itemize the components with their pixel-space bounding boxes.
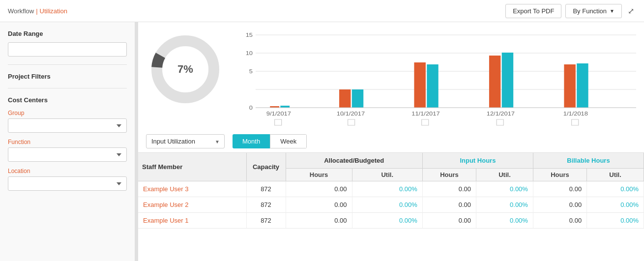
svg-text:1/1/2018: 1/1/2018	[563, 111, 588, 117]
svg-text:15: 15	[246, 32, 253, 38]
svg-rect-16	[427, 64, 438, 108]
location-label: Location	[8, 168, 127, 174]
breadcrumb-separator: |	[36, 7, 37, 15]
col-alloc-util: Util.	[352, 169, 422, 181]
function-select[interactable]	[8, 147, 127, 162]
input-util: 0.00%	[476, 181, 533, 197]
period-toggle: Month Week	[233, 134, 307, 148]
week-button[interactable]: Week	[270, 134, 307, 148]
topbar: Workflow | Utilization Export To PDF By …	[0, 0, 644, 22]
svg-text:10/1/2017: 10/1/2017	[337, 111, 365, 117]
table-row: Example User 2 872 0.00 0.00% 0.00 0.00%…	[138, 197, 644, 213]
table-row: Example User 1 872 0.00 0.00% 0.00 0.00%…	[138, 213, 644, 229]
chart-controls: Input Utilization ▼ Month Week	[138, 132, 644, 152]
staff-name[interactable]: Example User 1	[138, 213, 246, 229]
chart-section: 7% 15 10 5 0	[138, 22, 644, 132]
svg-rect-18	[502, 53, 513, 108]
svg-text:10: 10	[246, 50, 253, 57]
group-select[interactable]	[8, 118, 127, 133]
export-pdf-button[interactable]: Export To PDF	[505, 4, 561, 18]
col-bill-hours: Hours	[533, 169, 586, 181]
bill-util: 0.00%	[587, 197, 644, 213]
col-group-billable: Billable Hours	[533, 153, 644, 169]
svg-rect-28	[348, 119, 355, 125]
input-hours: 0.00	[422, 213, 476, 229]
alloc-util: 0.00%	[352, 197, 422, 213]
topbar-actions: Export To PDF By Function ▼ ⤢	[505, 4, 636, 18]
date-range-input[interactable]: 9/1/17 - 1/1/18	[8, 42, 127, 57]
staff-name[interactable]: Example User 3	[138, 181, 246, 197]
bill-hours: 0.00	[533, 181, 586, 197]
input-utilization-select[interactable]: Input Utilization	[146, 134, 225, 148]
alloc-hours: 0.00	[286, 213, 352, 229]
alloc-hours: 0.00	[286, 181, 352, 197]
sidebar: Date Range 9/1/17 - 1/1/18 Project Filte…	[0, 22, 135, 261]
svg-rect-29	[422, 119, 429, 125]
svg-rect-14	[352, 89, 363, 108]
bar-chart: 15 10 5 0	[233, 30, 636, 128]
svg-rect-19	[564, 64, 575, 108]
svg-text:0: 0	[249, 105, 253, 111]
col-capacity: Capacity	[246, 153, 286, 181]
capacity: 872	[246, 197, 286, 213]
staff-name[interactable]: Example User 2	[138, 197, 246, 213]
alloc-util: 0.00%	[352, 213, 422, 229]
input-util: 0.00%	[476, 197, 533, 213]
function-label: Function	[8, 139, 127, 145]
breadcrumb-current: Utilization	[40, 7, 67, 15]
col-group-allocated: Allocated/Budgeted	[286, 153, 422, 169]
group-label: Group	[8, 110, 127, 116]
by-function-label: By Function	[573, 7, 607, 15]
capacity: 872	[246, 181, 286, 197]
capacity: 872	[246, 213, 286, 229]
col-staff-member: Staff Member	[138, 153, 246, 181]
table-row: Example User 3 872 0.00 0.00% 0.00 0.00%…	[138, 181, 644, 197]
bill-util: 0.00%	[587, 213, 644, 229]
svg-text:5: 5	[249, 68, 253, 75]
col-input-hours: Hours	[422, 169, 476, 181]
alloc-hours: 0.00	[286, 197, 352, 213]
bill-hours: 0.00	[533, 213, 586, 229]
input-hours: 0.00	[422, 181, 476, 197]
by-function-button[interactable]: By Function ▼	[565, 4, 622, 18]
expand-button[interactable]: ⤢	[626, 4, 636, 18]
bill-hours: 0.00	[533, 197, 586, 213]
month-button[interactable]: Month	[233, 134, 270, 148]
donut-chart: 7%	[146, 30, 225, 109]
donut-percent-label: 7%	[177, 63, 193, 76]
content-area: 7% 15 10 5 0	[138, 22, 644, 261]
table-section: Staff Member Capacity Allocated/Budgeted…	[138, 152, 644, 261]
chevron-down-icon: ▼	[610, 8, 615, 14]
svg-text:12/1/2017: 12/1/2017	[487, 111, 515, 117]
input-hours: 0.00	[422, 197, 476, 213]
breadcrumb-workflow[interactable]: Workflow	[8, 7, 34, 15]
cost-centers-title: Cost Centers	[8, 96, 127, 104]
col-input-util: Util.	[476, 169, 533, 181]
bill-util: 0.00%	[587, 181, 644, 197]
alloc-util: 0.00%	[352, 181, 422, 197]
svg-rect-30	[497, 119, 503, 125]
svg-rect-12	[280, 106, 290, 108]
date-range-title: Date Range	[8, 30, 127, 37]
svg-text:9/1/2017: 9/1/2017	[266, 111, 292, 117]
svg-rect-31	[572, 119, 579, 125]
input-util: 0.00%	[476, 213, 533, 229]
svg-rect-27	[275, 119, 282, 125]
location-select[interactable]	[8, 176, 127, 191]
svg-text:11/1/2017: 11/1/2017	[411, 111, 440, 117]
svg-rect-17	[489, 56, 500, 108]
input-utilization-wrapper: Input Utilization ▼	[146, 134, 225, 148]
svg-rect-13	[339, 89, 351, 108]
svg-rect-15	[414, 62, 425, 108]
col-bill-util: Util.	[587, 169, 644, 181]
breadcrumb: Workflow | Utilization	[8, 7, 67, 15]
project-filters-title: Project Filters	[8, 73, 127, 80]
col-group-input: Input Hours	[422, 153, 533, 169]
utilization-table: Staff Member Capacity Allocated/Budgeted…	[138, 153, 644, 229]
svg-rect-20	[577, 63, 588, 108]
col-alloc-hours: Hours	[286, 169, 352, 181]
main-layout: Date Range 9/1/17 - 1/1/18 Project Filte…	[0, 22, 644, 261]
